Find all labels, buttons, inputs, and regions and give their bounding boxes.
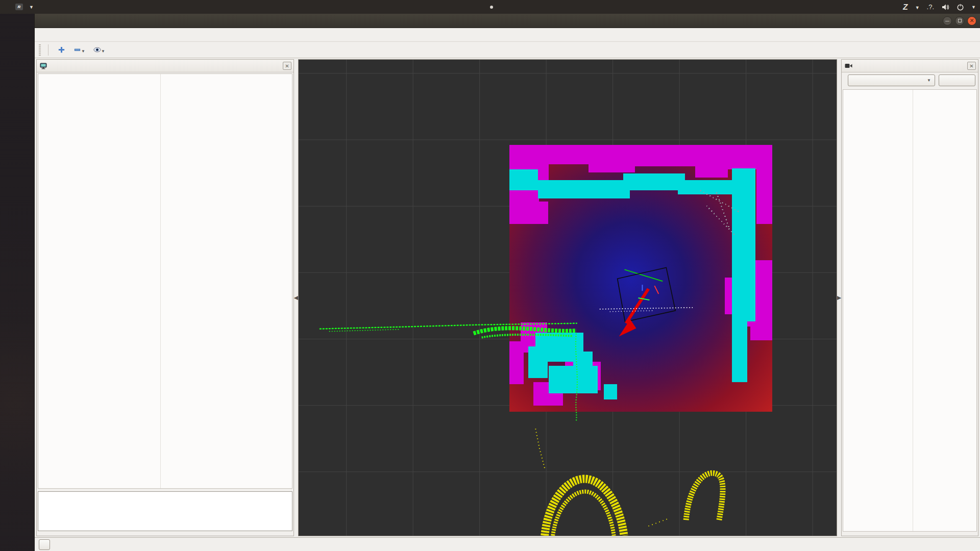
collapse-right-icon[interactable]: ▶ [837, 294, 841, 301]
remove-tool-button[interactable]: ▼ [69, 44, 89, 55]
clock[interactable] [487, 6, 493, 9]
view-type-dropdown[interactable]: ▼ [848, 74, 935, 86]
plus-icon [58, 46, 65, 54]
toolbar-separator [48, 44, 48, 56]
app-menu[interactable]: R ▼ [15, 4, 34, 10]
language-indicator[interactable]: ▼ [915, 3, 920, 11]
rviz-window: ─ ✕ ▼ ▼ [34, 14, 980, 551]
indicator-app-icon[interactable]: Z [902, 3, 909, 12]
launcher-dock [0, 14, 34, 551]
ubuntu-top-bar: R ▼ Z ▼ .?. ▼ [0, 0, 980, 14]
chevron-down-icon: ▼ [29, 5, 34, 10]
chevron-down-icon: ▼ [101, 49, 105, 54]
menu-bar [35, 28, 980, 42]
toolbar: ▼ ▼ [35, 42, 980, 58]
chevron-down-icon: ▼ [927, 78, 931, 83]
views-panel: ✕ ▼ [841, 59, 978, 536]
maximize-button[interactable] [955, 16, 964, 26]
reset-button[interactable] [39, 539, 50, 550]
zero-button[interactable] [939, 74, 975, 86]
add-tool-button[interactable] [54, 44, 69, 55]
views-tree [843, 89, 977, 532]
displays-tree [38, 73, 292, 489]
3d-viewport[interactable] [299, 60, 837, 536]
notification-dot-icon [490, 6, 493, 9]
splitter-left[interactable]: ◀ [294, 58, 298, 537]
displays-panel: ✕ [36, 59, 294, 536]
title-bar[interactable]: ─ ✕ [35, 14, 980, 28]
chevron-down-icon: ▼ [915, 5, 920, 10]
displays-icon [40, 63, 47, 69]
input-method-icon[interactable]: .?. [927, 3, 934, 11]
displays-panel-header[interactable]: ✕ [37, 60, 293, 72]
toolbar-grip[interactable] [39, 44, 41, 56]
close-icon[interactable]: ✕ [967, 62, 976, 70]
eye-icon [93, 46, 101, 54]
render-panel[interactable] [298, 59, 837, 536]
visibility-tool-button[interactable]: ▼ [89, 44, 109, 55]
close-icon[interactable]: ✕ [283, 62, 291, 70]
volume-icon[interactable] [941, 3, 949, 11]
collapse-left-icon[interactable]: ◀ [294, 294, 298, 301]
costmap [509, 145, 772, 412]
minus-icon [74, 46, 81, 54]
splitter-right[interactable]: ▶ [837, 58, 841, 537]
chevron-down-icon: ▼ [81, 49, 85, 54]
views-panel-header[interactable]: ✕ [842, 60, 978, 72]
close-button[interactable]: ✕ [967, 16, 976, 26]
display-description [38, 491, 292, 531]
minimize-button[interactable]: ─ [943, 16, 952, 26]
power-icon[interactable] [957, 3, 964, 11]
chevron-down-icon[interactable]: ▼ [971, 5, 976, 10]
rviz-mini-icon: R [15, 4, 23, 10]
status-bar [35, 537, 980, 551]
views-icon [845, 63, 852, 69]
